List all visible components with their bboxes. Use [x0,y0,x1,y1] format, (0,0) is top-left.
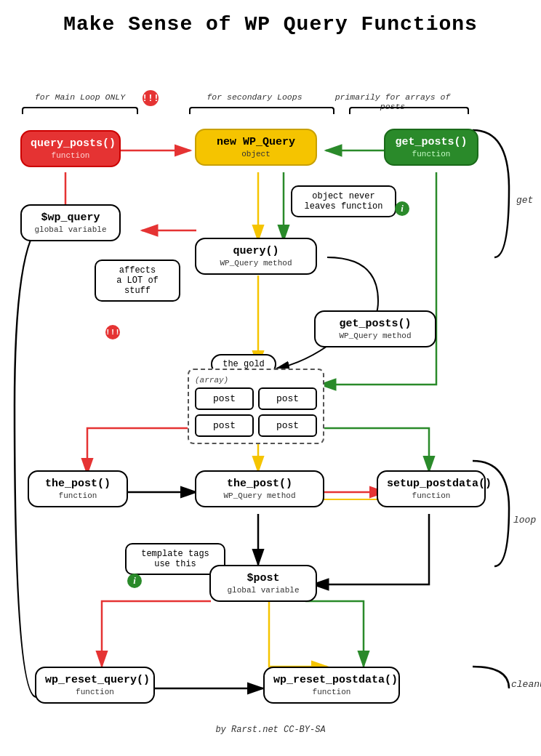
post-global-sub: global variable [220,586,307,595]
post-cell-2: post [258,387,317,410]
the-post-function-box: the_post() function [28,470,128,507]
query-method-box: query() WP_Query method [195,238,317,275]
wp-reset-postdata-sub: function [273,688,390,696]
svg-text:loop: loop [513,515,536,526]
wp-query-sub: object [205,150,307,158]
post-global-title: $post [220,572,307,584]
get-posts-method-sub: WP_Query method [324,331,426,340]
warn-badge-affects: !!! [105,325,120,339]
wp-query-global-box: $wp_query global variable [20,204,121,241]
footer: by Rarst.net CC-BY-SA [0,725,541,735]
template-tags-text: template tagsuse this [141,549,209,569]
setup-postdata-function-box: setup_postdata() function [377,470,486,507]
wp-reset-query-sub: function [45,688,145,696]
get-posts-function-box: get_posts() function [384,129,478,166]
query-posts-sub: function [31,151,111,160]
query-posts-title: query_posts() [31,137,111,150]
the-gold-text: the gold [223,359,265,369]
array-container: (array) post post post post [188,369,324,444]
get-posts-method-title: get_posts() [324,318,426,330]
get-posts-func-sub: function [394,150,468,158]
query-method-title: query() [205,245,307,257]
info-badge-2: i [127,574,142,588]
object-never-text: object neverleaves function [304,191,382,212]
get-posts-func-title: get_posts() [394,136,468,148]
affects-lot-callout: affectsa LOT ofstuff [95,260,180,302]
label-secondary-loops: for secondary Loops [196,92,313,102]
wp-reset-query-box: wp_reset_query() function [35,667,155,704]
post-grid: post post post post [195,387,317,437]
wp-query-global-sub: global variable [31,225,111,234]
label-main-loop: for Main Loop ONLY [22,92,138,102]
post-cell-1: post [195,387,254,410]
wp-reset-postdata-title: wp_reset_postdata() [273,674,390,686]
wp-query-object-box: new WP_Query object [195,129,317,166]
wp-query-title: new WP_Query [205,136,307,148]
page-title: Make Sense of WP Query Functions [0,0,541,43]
get-posts-method-box: get_posts() WP_Query method [314,310,436,347]
the-post-func-title: the_post() [38,478,118,490]
wp-query-global-title: $wp_query [31,212,111,224]
the-post-func-sub: function [38,491,118,500]
query-method-sub: WP_Query method [205,259,307,268]
query-posts-function-box: query_posts() function [20,130,121,167]
warn-badge-top: !!! [143,90,159,106]
post-cell-4: post [258,414,317,437]
affects-lot-text: affectsa LOT ofstuff [116,265,159,296]
setup-postdata-title: setup_postdata() [387,478,476,490]
post-cell-3: post [195,414,254,437]
post-global-box: $post global variable [209,565,317,602]
the-post-method-title: the_post() [205,478,314,490]
array-label: (array) [195,376,317,385]
object-never-callout: object neverleaves function [291,185,396,217]
svg-text:cleanup: cleanup [511,679,541,690]
svg-text:get: get [516,195,533,206]
info-badge-1: i [395,201,409,216]
setup-postdata-sub: function [387,491,476,500]
wp-reset-query-title: wp_reset_query() [45,674,145,686]
wp-reset-postdata-box: wp_reset_postdata() function [263,667,400,704]
the-post-method-sub: WP_Query method [205,491,314,500]
the-post-method-box: the_post() WP_Query method [195,470,324,507]
